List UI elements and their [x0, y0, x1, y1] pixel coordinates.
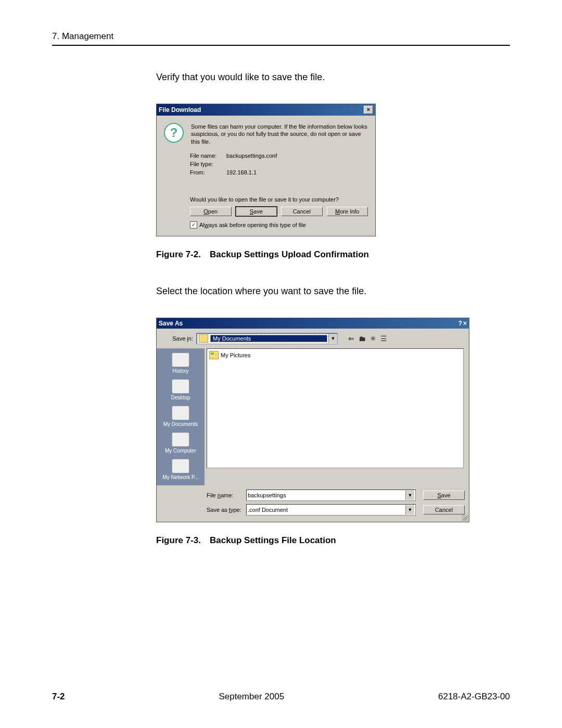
figure-7-3: Save As ? × Save in: My Documents ▼ ⇐ 🖿 …: [156, 318, 510, 522]
folder-icon: [199, 334, 208, 343]
page-number: 7-2: [52, 692, 65, 702]
close-icon[interactable]: ×: [364, 106, 373, 114]
chevron-down-icon[interactable]: ▼: [328, 334, 337, 343]
computer-icon: [172, 432, 189, 447]
resize-grip-icon[interactable]: [462, 514, 468, 521]
folder-icon: [209, 351, 219, 359]
filename-label: File name:: [205, 492, 246, 498]
file-download-dialog: File Download × ? Some files can harm yo…: [156, 104, 376, 236]
place-my-network[interactable]: My Network P...: [159, 458, 202, 482]
close-icon[interactable]: ×: [463, 320, 467, 327]
file-list[interactable]: My Pictures: [207, 348, 464, 468]
dialog-titlebar: Save As ? ×: [157, 318, 469, 329]
page-footer: 7-2 September 2005 6218-A2-GB23-00: [52, 692, 510, 702]
footer-date: September 2005: [219, 692, 284, 702]
always-ask-checkbox[interactable]: ✓: [190, 221, 197, 229]
place-my-documents[interactable]: My Documents: [159, 405, 202, 429]
place-history[interactable]: History: [159, 352, 202, 376]
place-my-computer[interactable]: My Computer: [159, 431, 202, 456]
save-as-type-dropdown[interactable]: .conf Document ▼: [246, 504, 416, 516]
places-bar: History Desktop My Documents My Computer…: [157, 348, 205, 485]
from-label: From:: [190, 169, 226, 175]
figure-7-3-caption: Figure 7-3. Backup Settings File Locatio…: [156, 535, 510, 546]
save-button[interactable]: Save: [236, 207, 277, 216]
more-info-button[interactable]: More Info: [327, 207, 368, 216]
dialog-title: File Download: [159, 106, 201, 114]
dialog-titlebar: File Download ×: [157, 104, 375, 116]
dialog-title: Save As: [159, 320, 183, 327]
warning-text: Some files can harm your computer. If th…: [191, 123, 368, 145]
header-rule: [52, 45, 510, 46]
cancel-button[interactable]: Cancel: [281, 207, 323, 216]
filename-value: backupsettings.conf: [226, 153, 277, 159]
save-button[interactable]: Save: [423, 491, 465, 500]
filename-value: backupsettings: [248, 492, 286, 498]
open-button[interactable]: Open: [190, 207, 232, 216]
help-icon[interactable]: ?: [458, 320, 462, 327]
save-in-value: My Documents: [210, 335, 327, 342]
chevron-down-icon[interactable]: ▼: [405, 505, 414, 514]
documents-icon: [172, 406, 189, 420]
save-as-type-label: Save as type:: [205, 507, 246, 513]
save-in-label: Save in:: [162, 335, 193, 342]
network-icon: [172, 459, 189, 473]
place-desktop[interactable]: Desktop: [159, 378, 202, 403]
section-header: 7. Management: [52, 31, 510, 42]
chevron-down-icon[interactable]: ▼: [405, 491, 414, 500]
body-paragraph-2: Select the location where you want to sa…: [156, 286, 510, 297]
views-icon[interactable]: ☰: [380, 334, 387, 343]
list-item-label: My Pictures: [221, 352, 250, 358]
filetype-label: File type:: [190, 161, 226, 167]
desktop-icon: [172, 379, 189, 394]
cancel-button[interactable]: Cancel: [423, 505, 465, 514]
save-as-type-value: .conf Document: [248, 507, 288, 513]
footer-docid: 6218-A2-GB23-00: [438, 692, 510, 702]
figure-7-2-caption: Figure 7-2. Backup Settings Upload Confi…: [156, 249, 510, 260]
new-folder-icon[interactable]: ✳: [370, 334, 376, 343]
filename-label: File name:: [190, 153, 226, 159]
back-icon[interactable]: ⇐: [348, 334, 354, 343]
always-ask-label: Always ask before opening this type of f…: [199, 222, 306, 228]
question-icon: ?: [164, 123, 184, 143]
body-paragraph-1: Verify that you would like to save the f…: [156, 72, 510, 83]
list-item[interactable]: My Pictures: [209, 351, 461, 359]
up-one-level-icon[interactable]: 🖿: [359, 334, 366, 343]
open-save-prompt: Would you like to open the file or save …: [190, 196, 368, 203]
save-as-dialog: Save As ? × Save in: My Documents ▼ ⇐ 🖿 …: [156, 318, 469, 522]
history-icon: [172, 353, 189, 367]
figure-7-2: File Download × ? Some files can harm yo…: [156, 104, 510, 236]
filename-input[interactable]: backupsettings ▼: [246, 489, 416, 501]
save-in-dropdown[interactable]: My Documents ▼: [196, 333, 338, 344]
from-value: 192.168.1.1: [226, 169, 257, 175]
